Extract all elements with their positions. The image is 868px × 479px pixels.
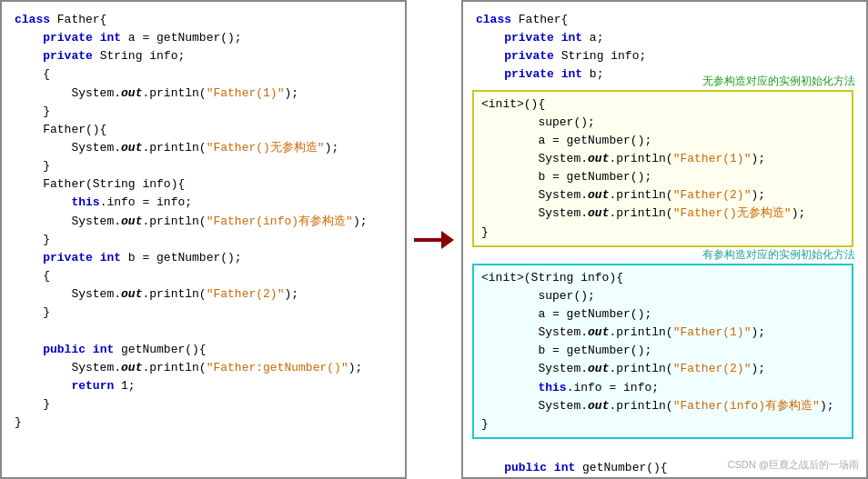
code-line: Father(){ <box>15 121 392 139</box>
code-line <box>15 322 392 340</box>
code-line: } <box>481 224 844 242</box>
code-line: System.out.println("Father:getNumber()")… <box>15 359 392 377</box>
code-line: public int getNumber(){ <box>15 341 392 359</box>
code-line: private int a = getNumber(); <box>15 29 392 47</box>
watermark: CSDN @巨鹿之战后的一场雨 <box>728 458 859 472</box>
code-line: private int b = getNumber(); <box>15 249 392 267</box>
code-line: } <box>481 415 844 434</box>
code-line: b = getNumber(); <box>481 342 844 360</box>
code-line: { <box>15 267 392 285</box>
code-line: super(); <box>481 287 844 305</box>
code-line: } <box>15 414 392 432</box>
code-line <box>476 441 853 459</box>
arrow-head <box>441 231 454 249</box>
code-line: System.out.println("Father(info)有参构造"); <box>481 397 844 415</box>
code-line: class Father{ <box>15 11 392 29</box>
code-line: } <box>15 231 392 249</box>
code-line: System.out.println("Father(2)"); <box>481 360 844 378</box>
code-line: return 1; <box>15 377 392 395</box>
code-line: } <box>15 103 392 121</box>
code-line: this.info = info; <box>15 194 392 212</box>
code-line: System.out.println("Father(2)"); <box>15 285 392 304</box>
code-line: <init>(){ <box>481 95 844 114</box>
left-panel: class Father{ private int a = getNumber(… <box>0 0 407 479</box>
code-line: super(); <box>481 114 844 132</box>
code-line: Father(String info){ <box>15 175 392 194</box>
code-line: a = getNumber(); <box>481 305 844 324</box>
arrow-container <box>407 0 461 479</box>
code-line: class Father{ <box>476 11 853 29</box>
code-line: } <box>15 304 392 322</box>
arrow-shaft <box>414 238 441 242</box>
code-line: System.out.println("Father(2)"); <box>481 186 844 205</box>
code-line: { <box>15 65 392 84</box>
code-line: System.out.println("Father(1)"); <box>15 85 392 103</box>
cyan-box: <init>(String info){ super(); a = getNum… <box>472 264 853 439</box>
right-panel: class Father{ private int a; private Str… <box>461 0 868 479</box>
code-line: } <box>15 157 392 175</box>
yellow-annotation: 无参构造对应的实例初始化方法 <box>702 74 855 89</box>
code-line: private String info; <box>15 47 392 65</box>
code-line: System.out.println("Father()无参构造"); <box>481 205 844 223</box>
code-line: System.out.println("Father(1)"); <box>481 150 844 168</box>
code-line: System.out.println("Father()无参构造"); <box>15 139 392 157</box>
code-line: a = getNumber(); <box>481 132 844 150</box>
cyan-annotation: 有参构造对应的实例初始化方法 <box>702 247 855 263</box>
right-arrow <box>414 231 454 249</box>
yellow-box: <init>(){ super(); a = getNumber(); Syst… <box>472 90 853 247</box>
code-line: private String info; <box>476 47 853 65</box>
code-line: <init>(String info){ <box>481 269 844 287</box>
code-line: } <box>15 395 392 414</box>
code-line: this.info = info; <box>481 379 844 397</box>
code-line: System.out.println("Father(1)"); <box>481 324 844 342</box>
code-line: System.out.println("Father(info)有参构造"); <box>15 213 392 231</box>
code-line: b = getNumber(); <box>481 168 844 186</box>
code-line: private int a; <box>476 29 853 47</box>
